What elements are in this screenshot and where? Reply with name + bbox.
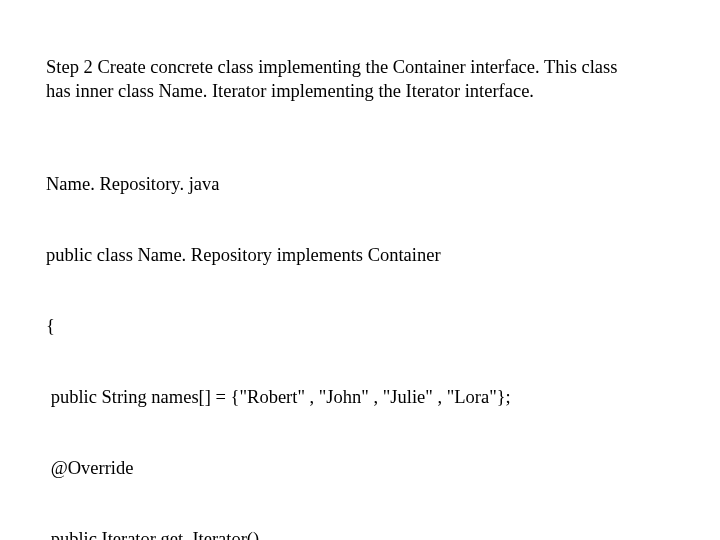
code-line: public Iterator get. Iterator(): [46, 528, 674, 540]
slide-content: Step 2 Create concrete class implementin…: [0, 0, 720, 540]
code-line: public class Name. Repository implements…: [46, 244, 674, 268]
intro-line-2: has inner class Name. Iterator implement…: [46, 80, 674, 104]
code-block: Name. Repository. java public class Name…: [46, 125, 674, 540]
intro-line-1: Step 2 Create concrete class implementin…: [46, 56, 674, 80]
code-line: Name. Repository. java: [46, 173, 674, 197]
intro-paragraph: Step 2 Create concrete class implementin…: [46, 56, 674, 103]
code-line: @Override: [46, 457, 674, 481]
code-line: {: [46, 315, 674, 339]
code-line: public String names[] = {"Robert" , "Joh…: [46, 386, 674, 410]
